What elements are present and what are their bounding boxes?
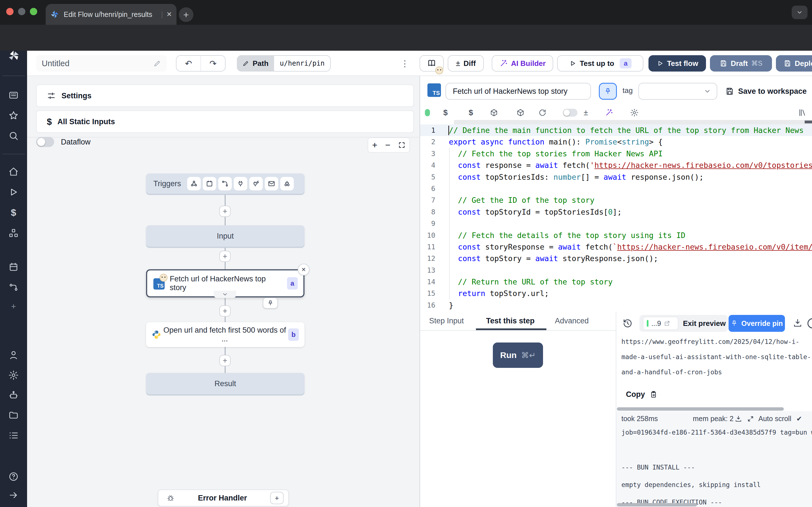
history-icon[interactable] bbox=[622, 318, 633, 328]
window-close-button[interactable] bbox=[6, 8, 13, 15]
sidebar-item-favorites[interactable] bbox=[0, 108, 27, 123]
save-to-workspace-button[interactable]: Save to workspace bbox=[725, 83, 807, 100]
test-flow-button[interactable]: Test flow bbox=[649, 55, 706, 71]
code-line[interactable]: 12 const topStory = await storyResponse.… bbox=[420, 252, 812, 264]
add-step-button[interactable]: + bbox=[219, 206, 231, 217]
edit-title-pencil-icon[interactable] bbox=[153, 59, 161, 67]
log-download-icon[interactable] bbox=[735, 415, 742, 422]
step-b-node[interactable]: Open url and fetch first 500 words of ..… bbox=[146, 322, 305, 347]
expand-step-chevron-icon[interactable] bbox=[214, 291, 236, 298]
sidebar-collapse-icon[interactable] bbox=[0, 487, 27, 503]
undo-button[interactable]: ↶ bbox=[176, 56, 201, 71]
code-line[interactable]: 14 // Return the URL of the top story bbox=[420, 276, 812, 288]
input-node[interactable]: Input bbox=[146, 225, 305, 247]
step-name-input[interactable]: Fetch url of HackerNews top story bbox=[446, 83, 591, 100]
package-lock-icon[interactable] bbox=[516, 107, 525, 118]
all-static-inputs-row[interactable]: $ All Static Inputs bbox=[36, 110, 414, 133]
step-result-output[interactable]: https://www.geoffreylitt.com/2025/04/12/… bbox=[621, 334, 812, 388]
flow-settings-row[interactable]: Settings bbox=[36, 84, 414, 107]
add-error-handler-button[interactable]: + bbox=[270, 492, 284, 504]
code-editor[interactable]: 1// Define the main function to fetch th… bbox=[420, 124, 812, 312]
window-minimize-button[interactable] bbox=[18, 8, 26, 15]
error-handler-node[interactable]: Error Handler + bbox=[158, 490, 289, 506]
diff-icon[interactable]: ± bbox=[582, 107, 590, 118]
flow-title-field[interactable]: Untitled bbox=[36, 55, 167, 71]
code-line[interactable]: 4 const response = await fetch('https://… bbox=[420, 159, 812, 171]
code-line[interactable]: 5 const topStoriesIds: number[] = await … bbox=[420, 171, 812, 183]
webhook-trigger-icon[interactable] bbox=[187, 177, 201, 190]
browser-tab[interactable]: Edit Flow u/henri/pin_results | ✕ bbox=[46, 4, 176, 25]
code-line[interactable]: 2export async function main(): Promise<s… bbox=[420, 136, 812, 148]
zoom-in-button[interactable]: + bbox=[372, 140, 377, 151]
sidebar-item-home[interactable] bbox=[0, 164, 27, 180]
package-icon[interactable] bbox=[490, 107, 499, 118]
windmill-logo-icon[interactable] bbox=[0, 48, 27, 64]
triggers-node[interactable]: Triggers bbox=[146, 173, 305, 194]
resources-icon[interactable]: $ bbox=[467, 107, 475, 118]
tab-close-icon[interactable]: ✕ bbox=[166, 10, 172, 18]
sidebar-item-help[interactable] bbox=[0, 469, 27, 485]
code-line[interactable]: 8 const topStoryId = topStoriesIds[0]; bbox=[420, 206, 812, 218]
run-step-button[interactable]: Run ⌘↵ bbox=[493, 342, 543, 368]
add-step-button[interactable]: + bbox=[219, 305, 231, 317]
diff-button[interactable]: ± Diff bbox=[448, 55, 484, 71]
code-line[interactable]: 9 bbox=[420, 218, 812, 229]
library-icon[interactable] bbox=[797, 107, 808, 118]
code-line[interactable]: 10 // Fetch the details of the top story… bbox=[420, 230, 812, 241]
exit-preview-button[interactable]: Exit preview bbox=[680, 315, 728, 332]
result-node[interactable]: Result bbox=[146, 373, 305, 394]
sidebar-item-resources[interactable] bbox=[0, 225, 27, 241]
tab-search-chevron-icon[interactable] bbox=[792, 6, 808, 19]
websocket-trigger-icon[interactable] bbox=[234, 177, 247, 190]
add-step-button[interactable]: + bbox=[219, 355, 231, 366]
sidebar-item-workers[interactable] bbox=[0, 388, 27, 403]
sidebar-item-settings[interactable] bbox=[0, 367, 27, 383]
kafka-trigger-icon[interactable] bbox=[249, 177, 263, 190]
code-line[interactable]: 11 const storyResponse = await fetch(`ht… bbox=[420, 241, 812, 252]
editor-settings-gear-icon[interactable] bbox=[630, 107, 639, 118]
external-link-icon[interactable] bbox=[664, 320, 670, 327]
sidebar-item-runs[interactable] bbox=[0, 184, 27, 200]
sidebar-item-search[interactable] bbox=[0, 128, 27, 144]
sidebar-item-logs[interactable] bbox=[0, 428, 27, 443]
sidebar-item-add[interactable]: + bbox=[0, 298, 27, 314]
reset-icon[interactable] bbox=[538, 107, 547, 118]
assistant-toggle[interactable] bbox=[563, 107, 577, 118]
email-trigger-icon[interactable] bbox=[265, 177, 278, 190]
deploy-button[interactable]: Deploy bbox=[776, 55, 812, 71]
download-result-icon[interactable] bbox=[793, 318, 802, 328]
ai-wand-icon[interactable] bbox=[605, 107, 613, 118]
schedule-trigger-icon[interactable] bbox=[203, 177, 216, 190]
auto-scroll-check-icon[interactable]: ✔ bbox=[796, 415, 802, 423]
pin-toggle-button[interactable] bbox=[599, 83, 617, 100]
override-pin-button[interactable]: Override pin bbox=[728, 315, 785, 332]
result-scrollbar-thumb[interactable] bbox=[617, 407, 784, 411]
add-step-button[interactable]: + bbox=[219, 251, 231, 262]
sidebar-item-apps[interactable] bbox=[0, 87, 27, 103]
code-line[interactable]: 15 return topStory.url; bbox=[420, 288, 812, 299]
test-up-to-step-badge[interactable]: a bbox=[620, 58, 631, 68]
test-up-to-button[interactable]: Test up to a bbox=[557, 55, 644, 71]
copy-result-button[interactable]: Copy bbox=[626, 389, 658, 399]
ai-builder-button[interactable]: AI Builder bbox=[492, 55, 553, 71]
past-runs-pill[interactable]: ...9 bbox=[643, 317, 678, 330]
tab-advanced[interactable]: Advanced bbox=[555, 312, 589, 330]
new-tab-button[interactable]: + bbox=[179, 7, 193, 22]
redo-button[interactable]: ↷ bbox=[201, 56, 225, 71]
code-line[interactable]: 16} bbox=[420, 299, 812, 311]
path-chip[interactable]: Path u/henri/pin bbox=[237, 55, 331, 71]
log-expand-icon[interactable] bbox=[747, 415, 754, 422]
code-line[interactable]: 6 bbox=[420, 183, 812, 194]
zoom-out-button[interactable]: − bbox=[385, 140, 391, 151]
log-scrollbar-thumb[interactable] bbox=[617, 503, 697, 506]
sidebar-item-folders[interactable] bbox=[0, 407, 27, 423]
draft-button[interactable]: Draft ⌘S bbox=[710, 55, 772, 71]
window-maximize-button[interactable] bbox=[30, 8, 37, 15]
sidebar-item-user[interactable] bbox=[0, 347, 27, 363]
log-panel[interactable]: took 258ms mem peak: 2 Auto scroll ✔ job… bbox=[616, 411, 812, 507]
sidebar-item-schedules[interactable] bbox=[0, 259, 27, 275]
code-line[interactable]: 7 // Get the ID of the top story bbox=[420, 194, 812, 206]
variables-icon[interactable]: $ bbox=[442, 107, 449, 118]
remove-step-icon[interactable]: ✕ bbox=[298, 264, 310, 276]
editor-scrollbar[interactable] bbox=[420, 120, 812, 124]
